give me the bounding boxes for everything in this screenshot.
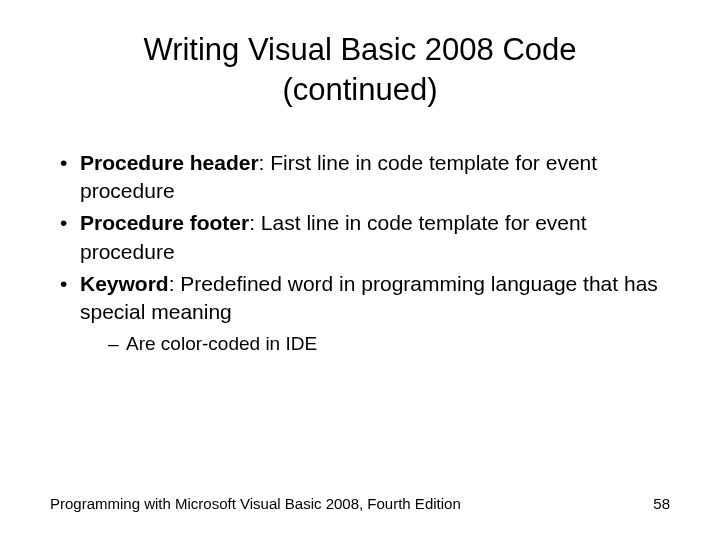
sub-list-item: Are color-coded in IDE — [108, 331, 670, 357]
list-item: Procedure footer: Last line in code temp… — [60, 209, 670, 266]
list-item: Keyword: Predefined word in programming … — [60, 270, 670, 356]
page-number: 58 — [653, 495, 670, 512]
sub-list: Are color-coded in IDE — [80, 331, 670, 357]
slide-title: Writing Visual Basic 2008 Code (continue… — [50, 30, 670, 111]
bullet-list: Procedure header: First line in code tem… — [50, 149, 670, 357]
term: Procedure header — [80, 151, 259, 174]
term: Procedure footer — [80, 211, 249, 234]
footer-left: Programming with Microsoft Visual Basic … — [50, 495, 461, 512]
footer: Programming with Microsoft Visual Basic … — [50, 495, 670, 512]
term: Keyword — [80, 272, 169, 295]
list-item: Procedure header: First line in code tem… — [60, 149, 670, 206]
